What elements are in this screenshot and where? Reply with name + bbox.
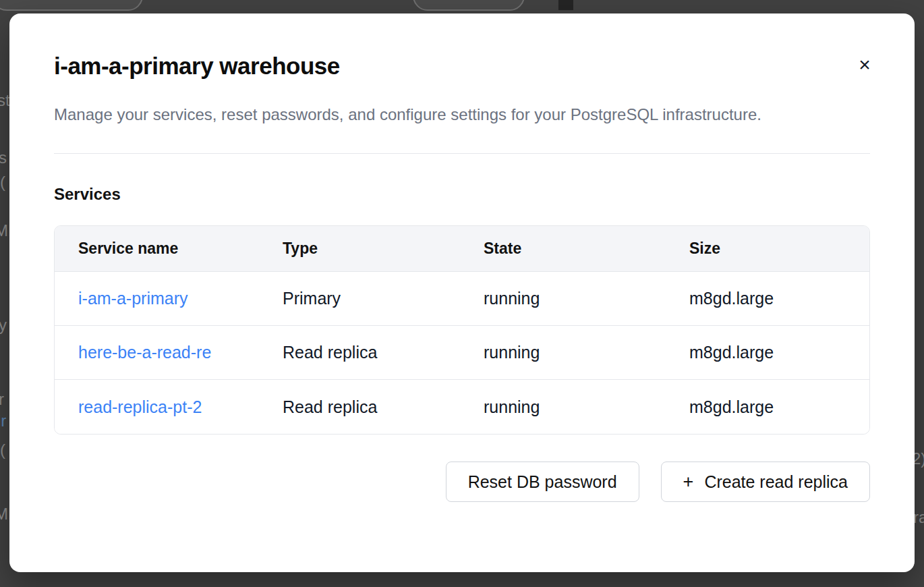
column-header-state: State: [460, 240, 666, 258]
background-text-fragment: (: [0, 441, 5, 459]
dialog-header: i-am-a-primary warehouse ×: [54, 53, 870, 80]
service-type-cell: Read replica: [259, 397, 460, 417]
service-state-cell: running: [460, 343, 666, 362]
column-header-size: Size: [666, 240, 869, 258]
divider: [54, 153, 870, 154]
create-read-replica-label: Create read replica: [704, 472, 848, 492]
service-size-cell: m8gd.large: [666, 343, 869, 362]
close-icon[interactable]: ×: [850, 50, 879, 80]
dialog-actions: Reset DB password + Create read replica: [54, 462, 870, 502]
background-text-fragment: (: [0, 173, 5, 192]
table-row: read-replica-pt-2 Read replica running m…: [55, 380, 869, 434]
service-type-cell: Read replica: [259, 343, 460, 362]
dialog-description: Manage your services, reset passwords, a…: [54, 100, 816, 129]
background-text-fragment: r: [0, 390, 4, 409]
background-link-fragment: ir: [0, 412, 6, 430]
service-name-link[interactable]: read-replica-pt-2: [78, 397, 202, 417]
table-row: here-be-a-read-re Read replica running m…: [55, 326, 869, 380]
service-name-cell: here-be-a-read-re: [55, 343, 259, 362]
reset-db-password-label: Reset DB password: [468, 472, 617, 492]
services-heading: Services: [54, 185, 870, 204]
service-name-cell: read-replica-pt-2: [55, 397, 259, 417]
service-type-cell: Primary: [259, 289, 460, 308]
service-state-cell: running: [460, 397, 666, 417]
column-header-service-name: Service name: [55, 240, 259, 258]
dialog-title: i-am-a-primary warehouse: [54, 53, 870, 80]
plus-icon: +: [683, 473, 694, 491]
service-name-link[interactable]: i-am-a-primary: [78, 289, 188, 308]
background-text-fragment: y: [0, 316, 7, 335]
background-mark: [558, 0, 573, 10]
services-table: Service name Type State Size i-am-a-prim…: [54, 225, 870, 435]
service-size-cell: m8gd.large: [666, 397, 869, 417]
background-text-fragment: s: [0, 148, 7, 167]
background-text-fragment: st: [0, 91, 10, 110]
service-name-link[interactable]: here-be-a-read-re: [78, 343, 211, 362]
table-row: i-am-a-primary Primary running m8gd.larg…: [55, 272, 869, 326]
warehouse-dialog: i-am-a-primary warehouse × Manage your s…: [9, 13, 915, 572]
table-header-row: Service name Type State Size: [55, 226, 869, 272]
reset-db-password-button[interactable]: Reset DB password: [446, 462, 639, 502]
background-button-outline: [413, 0, 525, 11]
service-size-cell: m8gd.large: [666, 289, 869, 308]
create-read-replica-button[interactable]: + Create read replica: [661, 462, 870, 502]
service-name-cell: i-am-a-primary: [55, 289, 259, 308]
background-text-fragment: ra: [913, 508, 924, 527]
column-header-type: Type: [259, 240, 460, 258]
background-button-outline: [0, 0, 143, 11]
service-state-cell: running: [460, 289, 666, 308]
